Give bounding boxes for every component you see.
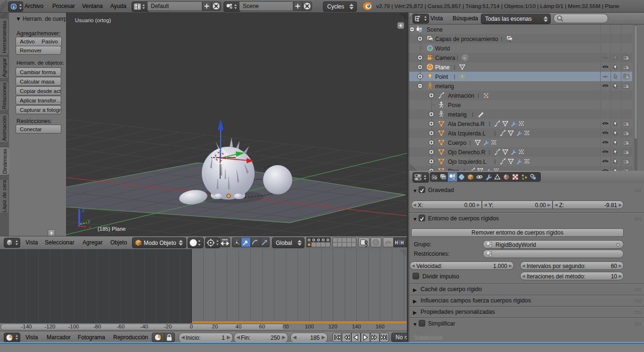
svg-text:(185) Plane: (185) Plane bbox=[98, 226, 125, 232]
svg-text:metarig: metarig bbox=[448, 111, 467, 118]
svg-text:|: | bbox=[495, 130, 496, 136]
svg-text:Ojo Derecho.R: Ojo Derecho.R bbox=[448, 149, 486, 156]
svg-text:|: | bbox=[495, 159, 496, 164]
svg-text:Ojo Izquierdo.L: Ojo Izquierdo.L bbox=[448, 159, 487, 165]
svg-text:Scene: Scene bbox=[427, 26, 443, 33]
svg-text:World: World bbox=[435, 45, 450, 52]
svg-text:Plane: Plane bbox=[435, 64, 450, 71]
svg-text:|: | bbox=[489, 149, 490, 155]
svg-text:|: | bbox=[478, 92, 479, 98]
svg-text:Ala Izquierda.L: Ala Izquierda.L bbox=[448, 130, 486, 137]
svg-text:|: | bbox=[454, 64, 455, 70]
svg-text:|: | bbox=[501, 36, 503, 42]
svg-text:x: x bbox=[89, 225, 91, 229]
svg-text:|: | bbox=[489, 121, 490, 126]
svg-text:Pose: Pose bbox=[448, 102, 461, 109]
svg-text:Animación: Animación bbox=[448, 92, 474, 99]
svg-text:|: | bbox=[454, 74, 455, 79]
svg-text:|: | bbox=[469, 140, 471, 145]
svg-text:Capas de procesamiento: Capas de procesamiento bbox=[435, 36, 498, 42]
svg-text:y: y bbox=[88, 218, 91, 224]
svg-text:Usuario (ortog): Usuario (ortog) bbox=[75, 17, 111, 23]
svg-text:Cuerpo: Cuerpo bbox=[448, 140, 467, 146]
svg-text:z: z bbox=[82, 207, 85, 213]
svg-text:|: | bbox=[472, 111, 473, 117]
svg-text:metarig: metarig bbox=[435, 83, 454, 90]
svg-text:Point: Point bbox=[435, 74, 448, 80]
svg-text:Ala Derecha.R: Ala Derecha.R bbox=[448, 121, 485, 127]
svg-text:|: | bbox=[456, 55, 458, 60]
svg-text:Camera: Camera bbox=[435, 55, 455, 61]
